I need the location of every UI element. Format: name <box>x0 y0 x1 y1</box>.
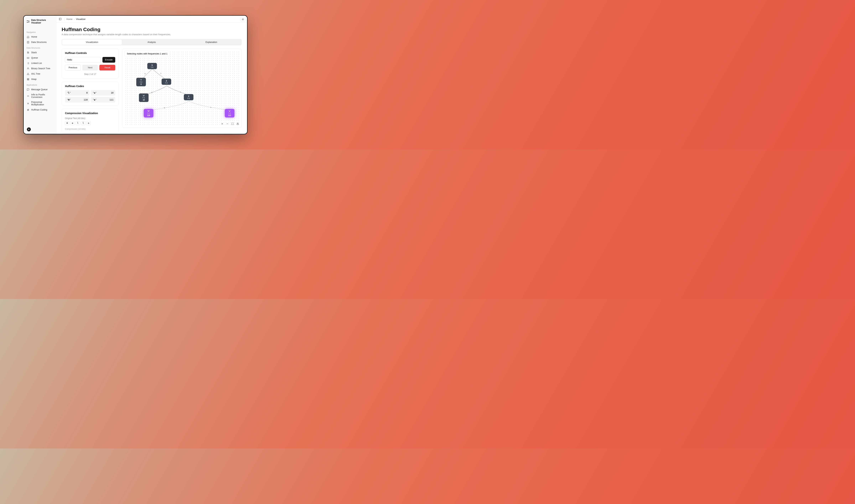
brand: Data Structure Visualizer <box>25 18 55 26</box>
sidebar: Data Structure Visualizer Navigation Hom… <box>24 16 56 134</box>
brand-icon <box>27 20 30 23</box>
svg-point-1 <box>27 22 28 23</box>
sidebar-item-infix-postfix[interactable]: Infix to Postfix Conversion <box>25 92 55 100</box>
page-subtitle: A data compression technique that assign… <box>62 33 242 36</box>
char-box: o <box>86 121 91 125</box>
visualization-status: Selecting nodes with frequencies 1 and 1 <box>124 51 170 57</box>
char-box: l <box>76 121 80 125</box>
sidebar-item-polynomial[interactable]: Polynomial Multiplication <box>25 100 55 107</box>
sidebar-item-label: Linked List <box>31 62 42 65</box>
source-text-input[interactable] <box>65 57 101 62</box>
tab-analysis[interactable]: Analysis <box>122 39 181 45</box>
tree-node-H: 'H'f=1110 <box>144 109 153 118</box>
svg-point-8 <box>29 69 29 69</box>
sidebar-item-label: Binary Search Tree <box>31 67 50 70</box>
breadcrumb: Home › Visualizer <box>67 18 86 20</box>
code-row: 'e'111 <box>91 97 115 103</box>
char-box: l <box>81 121 85 125</box>
app-window: Data Structure Visualizer Navigation Hom… <box>23 15 248 134</box>
sidebar-item-label: Huffman Coding <box>31 109 47 111</box>
code-row: 'l'0 <box>65 90 89 95</box>
fullscreen-icon[interactable] <box>231 123 234 125</box>
sidebar-item-label: AVL Tree <box>31 73 40 75</box>
bolt-badge-icon <box>27 127 31 131</box>
sidebar-item-stack[interactable]: Stack <box>25 50 55 55</box>
sidebar-item-message-queue[interactable]: Message Queue <box>25 87 55 92</box>
tree-node-l: 'l'f=20 <box>136 78 146 86</box>
char-box: H <box>65 121 69 125</box>
breadcrumb-home[interactable]: Home <box>67 18 72 20</box>
svg-point-2 <box>29 21 29 21</box>
sidebar-item-data-structures[interactable]: Data Structures <box>25 40 55 45</box>
sidebar-item-label: Infix to Postfix Conversion <box>31 93 53 98</box>
svg-rect-10 <box>27 79 29 79</box>
svg-rect-12 <box>59 18 61 20</box>
sidebar-item-label: Heap <box>31 78 36 80</box>
codes-card: Huffman Codes 'l'0 'o'10 'H'110 'e'111 <box>62 82 119 106</box>
sidebar-item-avl[interactable]: AVL Tree <box>25 71 55 76</box>
sidebar-item-queue[interactable]: Queue <box>25 55 55 60</box>
svg-point-3 <box>29 22 29 22</box>
stack-icon <box>27 51 29 54</box>
lock-icon[interactable] <box>237 123 239 125</box>
svg-point-4 <box>27 41 29 42</box>
hash-icon <box>27 108 29 111</box>
sidebar-item-linked-list[interactable]: Linked List <box>25 61 55 66</box>
original-chars: H e l l o <box>65 121 115 125</box>
topbar: Home › Visualizer <box>56 16 247 23</box>
step-indicator: Step 2 of 17 <box>65 73 115 75</box>
panel-toggle-icon[interactable] <box>59 18 62 21</box>
zoom-out-icon[interactable] <box>226 123 229 125</box>
queue-icon <box>27 56 29 59</box>
svg-point-7 <box>27 69 28 69</box>
zoom-in-icon[interactable] <box>221 123 224 125</box>
sidebar-item-label: Data Structures <box>31 41 47 43</box>
sidebar-item-label: Stack <box>31 51 37 54</box>
content: Huffman Coding A data compression techni… <box>56 23 247 134</box>
code-row: 'o'10 <box>91 90 115 95</box>
tab-explanation[interactable]: Explanation <box>181 39 241 45</box>
svg-rect-5 <box>27 57 29 58</box>
svg-rect-9 <box>27 78 29 79</box>
controls-card: Huffman Controls Encode Previous Next Re… <box>62 49 119 78</box>
sidebar-item-bst[interactable]: Binary Search Tree <box>25 66 55 71</box>
compressed-label: Compressed (10 bits): <box>65 128 115 130</box>
sidebar-item-label: Message Queue <box>31 88 48 91</box>
chevron-right-icon: › <box>74 18 74 20</box>
database-icon <box>27 41 29 43</box>
section-label-apps: Applications <box>25 82 55 87</box>
brand-title: Data Structure Visualizer <box>31 19 46 24</box>
encode-button[interactable]: Encode <box>102 57 115 62</box>
breadcrumb-current: Visualizer <box>76 18 86 20</box>
theme-toggle-button[interactable] <box>240 17 245 21</box>
reset-button[interactable]: Reset <box>99 65 115 71</box>
sun-icon <box>242 18 244 21</box>
svg-point-13 <box>242 19 243 20</box>
main: Home › Visualizer Huffman Coding A data … <box>56 16 247 134</box>
sidebar-item-home[interactable]: Home <box>25 34 55 39</box>
tree-node-root: 5f=5 <box>147 63 157 69</box>
tree-node-e: 'e'f=1111 <box>225 109 234 118</box>
sidebar-item-heap[interactable]: Heap <box>25 77 55 82</box>
sidebar-item-label: Polynomial Multiplication <box>31 101 53 106</box>
svg-rect-20 <box>237 124 239 125</box>
compression-card: Compression Visualization Original Text … <box>62 109 119 133</box>
compression-title: Compression Visualization <box>65 112 115 114</box>
original-text-label: Original Text (40 bits): <box>65 117 115 120</box>
tree-node-2: 2f=2 <box>184 94 193 101</box>
tabs: Visualization Analysis Explanation <box>62 39 242 46</box>
sidebar-item-label: Queue <box>31 57 38 59</box>
controls-title: Huffman Controls <box>65 52 115 54</box>
svg-point-0 <box>27 20 28 21</box>
tab-visualization[interactable]: Visualization <box>62 39 122 45</box>
svg-rect-11 <box>27 80 29 80</box>
next-button[interactable]: Next <box>82 65 98 71</box>
visualization-controls <box>221 123 239 125</box>
page-title: Huffman Coding <box>62 27 242 32</box>
chat-icon <box>27 88 29 91</box>
tree-icon <box>27 67 29 70</box>
svg-point-6 <box>28 68 28 68</box>
layers-icon <box>27 78 29 80</box>
sidebar-item-huffman[interactable]: Huffman Coding <box>25 107 55 112</box>
previous-button[interactable]: Previous <box>65 65 81 71</box>
